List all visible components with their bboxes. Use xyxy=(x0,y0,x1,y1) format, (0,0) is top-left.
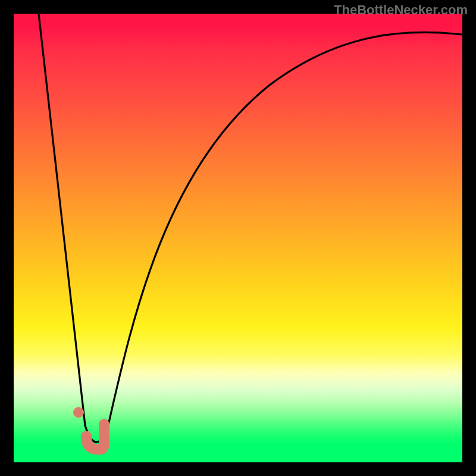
plot-area xyxy=(14,14,462,462)
curve-right xyxy=(85,32,462,442)
watermark-text: TheBottleNecker.com xyxy=(334,2,468,18)
chart-svg xyxy=(14,14,462,462)
curve-left xyxy=(39,14,85,425)
marker-hook xyxy=(86,424,104,449)
marker-dot xyxy=(73,407,84,418)
